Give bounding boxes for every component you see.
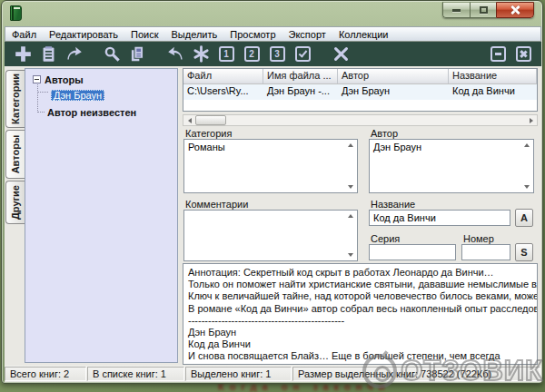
maximize-button[interactable] — [470, 2, 496, 18]
toolbar: 1 2 3 — [5, 42, 541, 66]
annotation-line: И снова посвящается Блайз… Еще в большей… — [188, 350, 532, 362]
annotation-line: В романе «Код да Винчи» автор собрал вес… — [188, 303, 532, 315]
cell-author: Дэн Браун — [338, 84, 449, 100]
scrollbar-thumb[interactable] — [195, 115, 226, 125]
tab-others-label: Другие — [10, 185, 21, 220]
annotation-line: ----------------------------------------… — [188, 315, 532, 327]
book-details-panel: Файл Имя файла ... Автор Название C:\Use… — [182, 66, 540, 366]
title-label: Название — [371, 199, 415, 210]
column-filename[interactable]: Имя файла ... — [263, 69, 338, 83]
button-a[interactable]: A — [515, 209, 533, 227]
annotation-line: Ключ к величайшей тайне, над которой чел… — [188, 290, 532, 302]
author-box: Дэн Браун — [369, 139, 534, 193]
menu-collections[interactable]: Коллекции — [332, 29, 395, 40]
menu-export[interactable]: Экспорт — [282, 29, 332, 40]
cell-title: Код да Винчи — [449, 84, 537, 100]
series-input[interactable] — [369, 244, 456, 260]
scroll-right-icon[interactable] — [525, 115, 537, 125]
tab-others[interactable]: Другие — [5, 181, 25, 224]
author-input[interactable]: Дэн Браун — [370, 140, 533, 192]
annotation-line: Дэн Браун — [188, 327, 532, 338]
back-arrow-icon[interactable] — [164, 44, 186, 65]
view-mode-2-icon[interactable]: 2 — [241, 44, 263, 65]
annotation-line: Об авторе — [188, 363, 532, 365]
author-scroll-strip[interactable] — [520, 141, 532, 191]
window-controls — [442, 2, 534, 18]
menu-select[interactable]: Выделить — [165, 29, 224, 40]
add-book-icon[interactable] — [12, 44, 34, 65]
tree-node-authors[interactable]: Авторы — [33, 73, 84, 86]
view-mode-3-icon[interactable]: 3 — [266, 44, 288, 65]
category-input[interactable]: Романы — [184, 140, 357, 192]
close-button[interactable] — [496, 2, 534, 18]
paste-clipboard-icon[interactable] — [37, 44, 59, 65]
tree-node-dan-brown[interactable]: Дэн Браун — [51, 88, 104, 102]
report-pages-icon[interactable] — [126, 44, 148, 65]
category-scroll-strip[interactable] — [344, 141, 356, 191]
number-input[interactable] — [461, 244, 510, 260]
category-box: Романы — [183, 139, 358, 193]
comments-box — [183, 210, 358, 261]
title-input[interactable] — [369, 210, 510, 226]
tree-author-unknown-label: Автор неизвестен — [47, 107, 136, 118]
tree-node-author-unknown[interactable]: Автор неизвестен — [47, 105, 136, 119]
tab-authors[interactable]: Авторы — [5, 130, 25, 179]
tree-authors-label: Авторы — [45, 74, 84, 85]
annotation-area[interactable]: Аннотация: Секретный код скрыт в работах… — [183, 263, 538, 365]
tab-authors-label: Авторы — [10, 135, 21, 174]
main-area: Категории Авторы Другие Авторы Дэн Браун… — [5, 66, 541, 366]
title-bar[interactable] — [2, 1, 542, 26]
books-table: Файл Имя файла ... Автор Название C:\Use… — [183, 68, 538, 112]
panel-close-icon[interactable] — [512, 44, 534, 65]
button-s[interactable]: S — [515, 243, 533, 261]
column-file[interactable]: Файл — [183, 69, 263, 83]
minimize-icon — [452, 9, 461, 12]
tab-categories[interactable]: Категории — [5, 70, 25, 128]
menu-bar: Файл Редактировать Поиск Выделить Просмо… — [5, 26, 541, 42]
authors-tree-panel: Авторы Дэн Браун Автор неизвестен — [25, 68, 178, 363]
collapse-minus-icon[interactable] — [33, 75, 41, 83]
search-icon[interactable] — [101, 44, 123, 65]
status-total-books: Всего книг: 2 — [5, 367, 86, 381]
close-icon — [510, 5, 520, 15]
table-header: Файл Имя файла ... Автор Название — [183, 69, 537, 84]
status-selected-size: Размер выделенных книг: 738522 (722Кб) — [292, 367, 540, 381]
panel-collapse-icon[interactable] — [487, 44, 509, 65]
comments-scroll-strip[interactable] — [344, 211, 356, 260]
number-label: Номер — [463, 233, 494, 244]
minimize-button[interactable] — [442, 2, 470, 18]
status-books-selected: Выделено книг: 1 — [185, 367, 292, 381]
view-3-label: 3 — [274, 50, 280, 59]
forward-arrow-icon[interactable] — [63, 44, 84, 65]
scroll-left-icon[interactable] — [183, 115, 195, 125]
category-label: Категория — [185, 128, 232, 139]
comments-input[interactable] — [184, 211, 357, 260]
menu-search[interactable]: Поиск — [124, 29, 164, 40]
checkbox-select-icon[interactable] — [292, 44, 313, 65]
asterisk-icon[interactable] — [190, 44, 212, 65]
delete-x-icon[interactable] — [330, 44, 352, 65]
app-book-icon — [10, 5, 22, 21]
table-row[interactable]: C:\Users\Ry... Дэн Браун -... Дэн Браун … — [183, 84, 537, 100]
tree-dan-brown-label: Дэн Браун — [51, 90, 104, 101]
status-bar: Всего книг: 2 В списке книг: 1 Выделено … — [5, 366, 541, 382]
menu-edit[interactable]: Редактировать — [43, 29, 124, 40]
series-label: Серия — [371, 233, 400, 244]
app-window: Файл Редактировать Поиск Выделить Просмо… — [1, 0, 543, 384]
maximize-icon — [480, 6, 488, 14]
view-1-label: 1 — [223, 50, 229, 59]
annotation-line: Только он поможет найти христианские свя… — [188, 279, 532, 290]
column-title[interactable]: Название — [449, 69, 537, 83]
author-label: Автор — [371, 128, 398, 139]
column-author[interactable]: Автор — [338, 69, 449, 83]
cell-filename: Дэн Браун -... — [263, 84, 338, 100]
view-mode-1-icon[interactable]: 1 — [215, 44, 237, 65]
tab-categories-label: Категории — [10, 74, 21, 124]
menu-file[interactable]: Файл — [5, 29, 43, 40]
table-horizontal-scrollbar[interactable] — [183, 114, 538, 126]
comments-label: Комментарии — [185, 199, 248, 210]
menu-view[interactable]: Просмотр — [223, 29, 282, 40]
view-2-label: 2 — [249, 50, 254, 59]
annotation-line: Аннотация: Секретный код скрыт в работах… — [188, 267, 532, 279]
cell-file: C:\Users\Ry... — [183, 84, 263, 100]
